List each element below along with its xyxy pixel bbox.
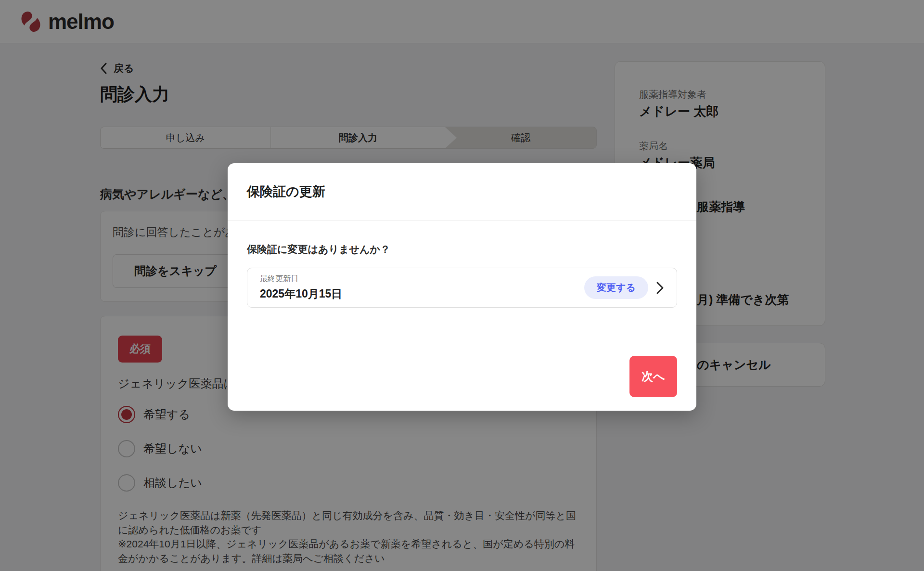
chevron-right-icon bbox=[656, 281, 664, 295]
modal-body: 保険証に変更はありませんか？ 最終更新日 2025年10月15日 変更する bbox=[228, 221, 696, 308]
last-updated-label: 最終更新日 bbox=[260, 274, 342, 284]
page: melmo 戻る 問診入力 申し込み 問診入力 確認 病気やアレルギーなど、 問… bbox=[0, 0, 924, 571]
change-button[interactable]: 変更する bbox=[584, 276, 648, 299]
modal-question: 保険証に変更はありませんか？ bbox=[247, 243, 677, 256]
next-button[interactable]: 次へ bbox=[629, 356, 677, 397]
insurance-update-modal: 保険証の更新 保険証に変更はありませんか？ 最終更新日 2025年10月15日 … bbox=[228, 163, 696, 411]
modal-header: 保険証の更新 bbox=[228, 163, 696, 221]
modal-footer: 次へ bbox=[228, 343, 696, 411]
last-updated-date: 2025年10月15日 bbox=[260, 286, 342, 301]
insurance-card-row[interactable]: 最終更新日 2025年10月15日 変更する bbox=[247, 268, 677, 308]
modal-title: 保険証の更新 bbox=[247, 183, 325, 200]
insurance-info: 最終更新日 2025年10月15日 bbox=[260, 274, 342, 301]
